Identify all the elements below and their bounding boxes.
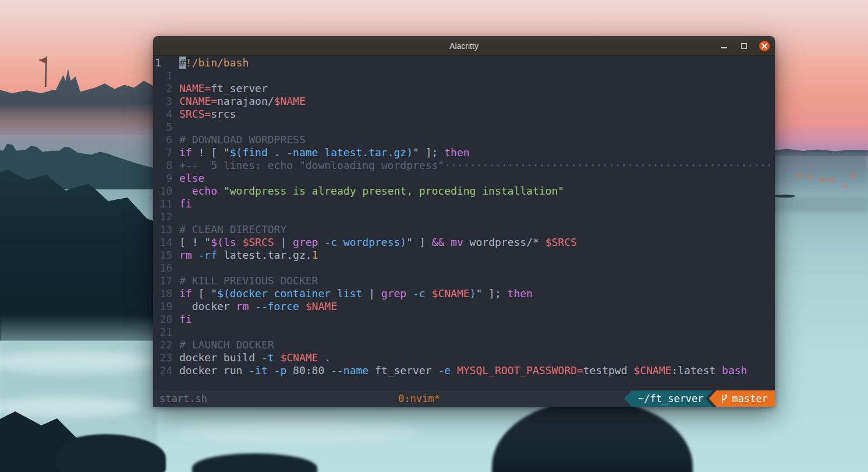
code-token: $NAME (274, 95, 306, 107)
line-number: 18 (154, 287, 172, 300)
line-number: 12 (154, 210, 172, 223)
code-token: wordpress) (343, 236, 406, 248)
code-line: 15rm -rf latest.tar.gz.1 (154, 249, 775, 262)
code-token: # KILL PREVIOUS DOCKER (179, 274, 318, 287)
code-token: . (318, 351, 331, 364)
code-token: CNAME= (179, 95, 217, 107)
code-token: $CNAME (280, 351, 318, 364)
code-token: -c (413, 287, 426, 300)
code-token: +-- 5 lines: echo "downloading wordpress… (179, 159, 775, 171)
code-token: " ] (406, 236, 431, 248)
code-line: 18if [ "$(docker container list | grep -… (154, 287, 775, 300)
code-token (299, 300, 306, 312)
line-number: 7 (154, 146, 172, 159)
code-token: $(find (230, 146, 268, 158)
code-token: latest.tar.gz) (324, 146, 413, 158)
code-token (192, 249, 199, 261)
code-token: ft_server (211, 82, 268, 94)
code-token: ! [ " (192, 146, 230, 158)
code-area[interactable]: 1#!/bin/bash12NAME=ft_server3CNAME=naraj… (153, 56, 775, 390)
code-token (444, 236, 451, 248)
segment-git: master (709, 390, 775, 407)
line-number: 4 (154, 108, 172, 121)
code-token: | (362, 287, 381, 300)
titlebar[interactable]: Alacritty (153, 36, 775, 56)
code-token: rm (236, 300, 249, 312)
line-number: 1 (154, 57, 172, 69)
statusbar-session-window: 0:nvim* (398, 390, 440, 407)
code-line: 2NAME=ft_server (154, 82, 775, 95)
current-directory: ~/ft_server (638, 393, 704, 404)
code-text: SRCS=srcs (179, 108, 236, 120)
code-line: 19 docker rm --force $NAME (154, 300, 775, 313)
code-token (451, 364, 457, 376)
code-token: "wordpress is already present, proceding… (224, 185, 564, 197)
code-token: else (179, 172, 204, 184)
window-controls (718, 36, 770, 55)
code-token: -it (249, 364, 268, 376)
maximize-button[interactable] (739, 41, 749, 51)
wallpaper-shape (807, 175, 813, 178)
code-token: !/bin/bash (186, 57, 249, 69)
code-line: 7if ! [ "$(find . -name latest.tar.gz)" … (154, 146, 775, 159)
code-text: docker rm --force $NAME (179, 300, 337, 312)
cursor: # (179, 57, 186, 69)
wallpaper-shape (819, 178, 825, 181)
code-text: NAME=ft_server (179, 82, 268, 94)
code-token: rm (179, 249, 192, 261)
code-token: -p (274, 364, 287, 376)
wallpaper-shape (175, 420, 419, 443)
code-token: docker run (179, 364, 249, 376)
code-token (337, 236, 343, 248)
code-token: fi (179, 198, 192, 210)
code-token: testpwd (583, 364, 634, 376)
line-number: 24 (154, 364, 172, 377)
code-token: $SRCS (242, 236, 274, 248)
code-token: :latest (671, 364, 722, 376)
code-token (179, 185, 192, 197)
line-number: 1 (154, 69, 172, 82)
code-token (318, 146, 324, 158)
close-button[interactable] (759, 41, 770, 51)
code-text: # KILL PREVIOUS DOCKER (179, 274, 318, 287)
code-text: CNAME=narajaon/$NAME (179, 95, 306, 107)
code-line: 5 (154, 121, 775, 133)
code-token: fi (179, 313, 192, 325)
code-line: 24docker run -it -p 80:80 --name ft_serv… (154, 364, 775, 377)
code-token (249, 300, 255, 312)
code-text: fi (179, 313, 192, 325)
line-number: 9 (154, 172, 172, 185)
code-token: -rf (199, 249, 218, 261)
line-number: 8 (154, 159, 172, 172)
minimize-button[interactable] (718, 41, 729, 51)
code-token: --name (331, 364, 369, 376)
line-number: 2 (154, 82, 172, 95)
code-token (406, 287, 413, 300)
code-text: rm -rf latest.tar.gz.1 (179, 249, 318, 261)
code-token: $(ls (211, 236, 236, 248)
maximize-icon (741, 43, 747, 49)
wallpaper-shape (828, 179, 834, 181)
code-token: " ]; (476, 287, 507, 300)
code-line: 6# DOWNLOAD WORDPRESS (154, 133, 775, 146)
code-token: wordpress/* (463, 236, 545, 248)
code-line: 4SRCS=srcs (154, 108, 775, 121)
line-number: 16 (154, 262, 172, 274)
code-token (426, 287, 432, 300)
line-number: 23 (154, 351, 172, 364)
code-line: 13# CLEAN DIRECTORY (154, 223, 775, 236)
segment-dir: ~/ft_server (624, 390, 713, 407)
code-line: 21 (154, 326, 775, 339)
code-token: ft_server (369, 364, 438, 376)
code-line: 22# LAUNCH DOCKER (154, 339, 775, 351)
code-token: -name (286, 146, 318, 158)
wallpaper-shape (775, 195, 795, 198)
code-token: 80:80 (286, 364, 331, 376)
code-line: 10 echo "wordpress is already present, p… (154, 185, 775, 198)
code-token: . (268, 146, 287, 158)
code-text: # LAUNCH DOCKER (179, 339, 274, 351)
code-token: grep (293, 236, 318, 248)
line-number: 17 (154, 274, 172, 287)
code-line: 3CNAME=narajaon/$NAME (154, 95, 775, 108)
code-token: bash (722, 364, 747, 376)
